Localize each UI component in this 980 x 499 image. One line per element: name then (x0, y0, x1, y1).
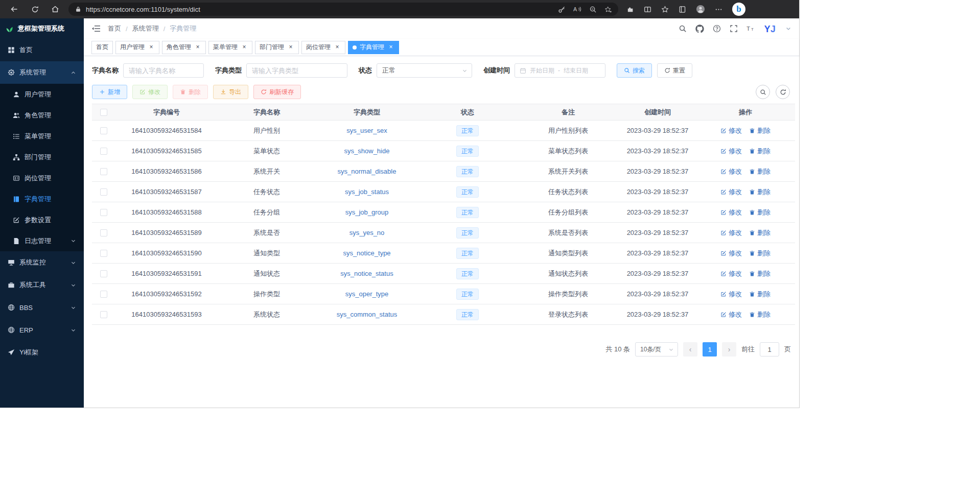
zoom-out-icon[interactable] (589, 6, 597, 13)
edit-link[interactable]: 修改 (720, 249, 742, 258)
row-checkbox[interactable] (100, 229, 107, 236)
sidebar-item-config[interactable]: 参数设置 (0, 209, 84, 230)
row-checkbox[interactable] (100, 250, 107, 257)
date-range-picker[interactable]: 开始日期 - 结束日期 (515, 63, 605, 78)
export-button[interactable]: 导出 (213, 85, 248, 99)
row-checkbox[interactable] (100, 270, 107, 277)
delete-link[interactable]: 删除 (749, 167, 771, 176)
dict-type-link[interactable]: sys_notice_type (343, 249, 390, 257)
delete-link[interactable]: 删除 (749, 187, 771, 197)
edit-link[interactable]: 修改 (720, 208, 742, 217)
dict-name-input[interactable] (123, 63, 204, 78)
font-size-icon[interactable]: TT (746, 25, 755, 33)
refresh-button[interactable] (27, 2, 42, 17)
delete-link[interactable]: 删除 (749, 269, 771, 278)
app-logo[interactable]: 意框架管理系统 (0, 18, 84, 39)
search-button[interactable]: 搜索 (617, 63, 652, 78)
tab-close-icon[interactable]: × (148, 44, 155, 51)
prev-page-button[interactable]: ‹ (683, 342, 697, 357)
sidebar-item-user[interactable]: 用户管理 (0, 84, 84, 105)
tab-close-icon[interactable]: × (334, 44, 341, 51)
toggle-search-button[interactable] (756, 85, 770, 99)
dict-type-link[interactable]: sys_oper_type (345, 290, 389, 298)
split-screen-icon[interactable] (644, 6, 651, 13)
tab-close-icon[interactable]: × (287, 44, 294, 51)
password-key-icon[interactable] (558, 6, 566, 13)
edit-link[interactable]: 修改 (720, 228, 742, 237)
row-checkbox[interactable] (100, 311, 107, 318)
delete-link[interactable]: 删除 (749, 290, 771, 299)
row-checkbox[interactable] (100, 188, 107, 196)
edit-link[interactable]: 修改 (720, 187, 742, 197)
delete-link[interactable]: 删除 (749, 126, 771, 135)
delete-link[interactable]: 删除 (749, 228, 771, 237)
bing-discover-icon[interactable]: b (732, 3, 745, 16)
refresh-cache-button[interactable]: 刷新缓存 (253, 85, 301, 99)
user-logo-avatar[interactable]: YJ (763, 22, 777, 35)
favorites-icon[interactable] (661, 6, 669, 13)
delete-link[interactable]: 删除 (749, 208, 771, 217)
read-aloud-icon[interactable]: A (573, 5, 581, 13)
sidebar-item-log[interactable]: 日志管理 (0, 230, 84, 251)
site-security-lock-icon[interactable] (75, 6, 82, 13)
sidebar-item-dept[interactable]: 部门管理 (0, 147, 84, 168)
delete-link[interactable]: 删除 (749, 310, 771, 319)
dict-type-link[interactable]: sys_notice_status (340, 270, 393, 277)
hamburger-icon[interactable] (91, 24, 101, 33)
tab-close-icon[interactable]: × (241, 44, 248, 51)
select-all-checkbox[interactable] (100, 109, 107, 116)
current-page-button[interactable]: 1 (703, 342, 717, 357)
sidebar-item-menu[interactable]: 菜单管理 (0, 126, 84, 147)
tab-dept[interactable]: 部门管理× (255, 41, 299, 54)
add-favorite-icon[interactable] (604, 6, 612, 13)
search-icon[interactable] (679, 25, 687, 33)
home-button[interactable] (48, 2, 63, 17)
add-button[interactable]: 新增 (92, 85, 127, 99)
edit-button[interactable]: 修改 (132, 85, 168, 99)
collections-icon[interactable] (679, 6, 686, 13)
dict-type-link[interactable]: sys_user_sex (346, 127, 387, 134)
dict-type-link[interactable]: sys_common_status (337, 311, 398, 318)
row-checkbox[interactable] (100, 168, 107, 175)
dict-type-input[interactable] (246, 63, 347, 78)
tab-home[interactable]: 首页 (91, 41, 113, 54)
back-button[interactable] (7, 2, 22, 17)
sidebar-item-yi[interactable]: Yi框架 (0, 341, 84, 364)
more-menu-icon[interactable] (715, 6, 722, 13)
sidebar-item-tools[interactable]: 系统工具 (0, 274, 84, 296)
row-checkbox[interactable] (100, 127, 107, 134)
row-checkbox[interactable] (100, 209, 107, 216)
sidebar-item-role[interactable]: 角色管理 (0, 105, 84, 126)
edit-link[interactable]: 修改 (720, 269, 742, 278)
tab-user[interactable]: 用户管理× (115, 41, 159, 54)
next-page-button[interactable]: › (722, 342, 736, 357)
url-text[interactable]: https://ccnetcore.com:1101/system/dict (86, 6, 553, 13)
tab-close-icon[interactable]: × (387, 44, 394, 51)
sidebar-item-bbs[interactable]: BBS (0, 296, 84, 319)
delete-link[interactable]: 删除 (749, 147, 771, 156)
refresh-table-button[interactable] (776, 85, 790, 99)
tab-close-icon[interactable]: × (194, 44, 201, 51)
delete-link[interactable]: 删除 (749, 249, 771, 258)
sidebar-item-monitor[interactable]: 系统监控 (0, 251, 84, 274)
sidebar-item-system[interactable]: 系统管理 (0, 61, 84, 84)
edit-link[interactable]: 修改 (720, 310, 742, 319)
row-checkbox[interactable] (100, 148, 107, 155)
sidebar-item-erp[interactable]: ERP (0, 319, 84, 341)
dict-type-link[interactable]: sys_show_hide (344, 147, 390, 155)
github-icon[interactable] (695, 25, 704, 33)
edit-link[interactable]: 修改 (720, 167, 742, 176)
profile-avatar[interactable] (696, 5, 705, 14)
address-bar[interactable]: https://ccnetcore.com:1101/system/dict A (68, 3, 618, 16)
tab-role[interactable]: 角色管理× (162, 41, 206, 54)
tab-post[interactable]: 岗位管理× (301, 41, 345, 54)
dict-type-link[interactable]: sys_job_group (345, 208, 389, 216)
reset-button[interactable]: 重置 (657, 63, 692, 78)
extensions-icon[interactable] (626, 6, 634, 13)
delete-button[interactable]: 删除 (173, 85, 208, 99)
tab-menu[interactable]: 菜单管理× (208, 41, 252, 54)
user-caret-down-icon[interactable] (785, 26, 791, 32)
edit-link[interactable]: 修改 (720, 290, 742, 299)
dict-type-link[interactable]: sys_normal_disable (338, 168, 396, 175)
status-select[interactable]: 正常 (377, 63, 472, 78)
